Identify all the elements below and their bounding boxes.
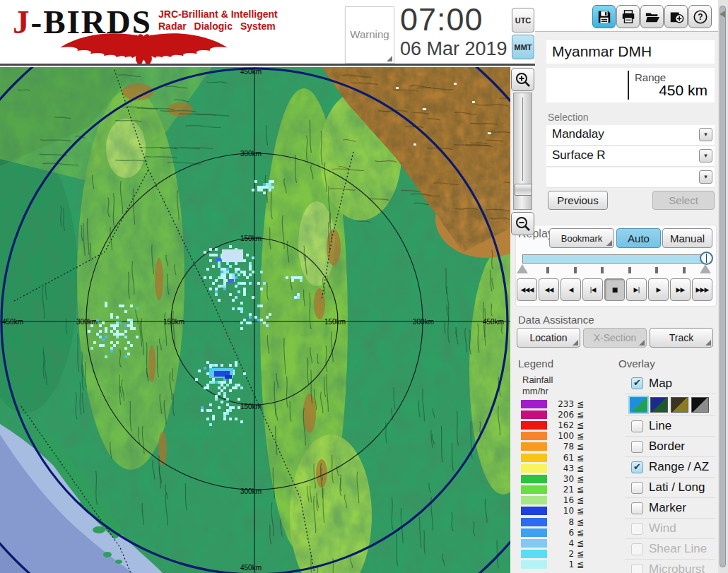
legend-entry: 6 ≦	[521, 527, 584, 538]
border-checkbox[interactable]	[631, 441, 643, 453]
map-checkbox[interactable]: ✔	[631, 377, 643, 389]
microburst-checkbox	[631, 564, 643, 573]
previous-button[interactable]: Previous	[548, 191, 608, 210]
replay-range-start-marker[interactable]	[517, 264, 528, 273]
add-image-button[interactable]	[664, 5, 688, 28]
fast-rewind-button[interactable]: ◀◀	[539, 278, 559, 301]
floppy-icon	[597, 9, 612, 25]
shear-line-checkbox	[631, 543, 643, 555]
auto-button[interactable]: Auto	[616, 228, 661, 248]
legend-entry: 78 ≦	[521, 442, 584, 452]
legend-threshold: 162 ≦	[551, 420, 584, 430]
chevron-down-icon[interactable]: ▾	[699, 170, 712, 184]
skip-first-button[interactable]: ◀◀◀	[517, 278, 537, 301]
legend-color-swatch	[521, 518, 547, 526]
map-style-swatch-3[interactable]	[671, 397, 688, 413]
legend-title: Rainfall	[522, 374, 553, 385]
playback-controls: ◀◀◀◀◀◀|◀■▶|▶▶▶▶▶▶	[517, 278, 712, 301]
overlay-item-label: Lati / Long	[649, 480, 705, 495]
overlay-item-label: Range / AZ	[649, 460, 709, 474]
toolbar: ?	[592, 5, 712, 29]
collapse-panel-icon[interactable]	[720, 11, 725, 18]
legend-threshold: 6 ≦	[551, 528, 584, 538]
legend-color-swatch	[521, 496, 547, 504]
legend-color-swatch	[521, 550, 547, 558]
map-style-swatch-1[interactable]	[630, 397, 647, 413]
legend-threshold: 30 ≦	[551, 474, 584, 484]
menu-corner-icon	[573, 340, 578, 345]
track-button[interactable]: Track	[650, 328, 713, 348]
overlay-item-lati-long: Lati / Long	[625, 477, 715, 497]
svg-text:150km: 150km	[163, 318, 184, 326]
bookmark-button[interactable]: Bookmark	[549, 228, 614, 248]
legend-entry: 21 ≦	[521, 485, 584, 495]
station-title: Myanmar DMH	[552, 43, 652, 60]
step-forward-button[interactable]: ▶|	[626, 278, 647, 301]
radar-map[interactable]: 450km300km150km150km300km450km450km300km…	[0, 67, 510, 573]
svg-text:?: ?	[698, 12, 703, 22]
chevron-down-icon[interactable]: ▾	[699, 128, 712, 141]
zoom-in-button[interactable]	[511, 68, 534, 91]
zoom-out-button[interactable]	[511, 212, 534, 235]
map-style-swatch-2[interactable]	[650, 397, 668, 413]
replay-slider-handle[interactable]	[700, 252, 713, 265]
save-button[interactable]	[592, 5, 616, 28]
warning-panel[interactable]: Warning	[345, 6, 394, 64]
marker-checkbox[interactable]	[631, 502, 643, 514]
legend-entry: 8 ≦	[521, 516, 584, 527]
chevron-down-icon[interactable]: ▾	[699, 149, 712, 163]
folder-icon	[645, 9, 660, 25]
eagle-icon	[8, 30, 280, 64]
select-button[interactable]: Select	[652, 191, 715, 210]
svg-text:300km: 300km	[240, 488, 262, 495]
legend-threshold: 206 ≦	[551, 410, 584, 420]
resize-handle-icon[interactable]	[387, 56, 392, 61]
radar-map-area[interactable]: 450km300km150km150km300km450km450km300km…	[0, 67, 510, 573]
option-select[interactable]: ▾	[546, 167, 715, 188]
lati-long-checkbox[interactable]	[631, 482, 643, 494]
legend-color-swatch	[521, 464, 547, 473]
overlay-item-microburst: Microburst	[625, 559, 715, 573]
line-checkbox[interactable]	[631, 420, 643, 432]
mmt-button[interactable]: MMT	[512, 35, 534, 59]
legend-unit: mm/hr	[522, 386, 548, 396]
location-button[interactable]: Location	[517, 328, 580, 348]
legend-color-swatch	[521, 400, 547, 408]
x-section-button[interactable]: X-Section	[583, 328, 647, 348]
replay-slider-track[interactable]	[522, 254, 710, 264]
legend-threshold: 4 ≦	[551, 538, 584, 548]
stop-button[interactable]: ■	[604, 278, 625, 301]
play-button[interactable]: ▶	[648, 278, 669, 301]
range-divider	[628, 71, 629, 100]
rewind-button[interactable]: ◀	[560, 278, 581, 301]
legend-section-label: Legend	[518, 358, 553, 370]
step-back-button[interactable]: |◀	[582, 278, 603, 301]
help-button[interactable]: ?	[688, 5, 712, 28]
open-file-button[interactable]	[640, 5, 664, 28]
clock-time: 07:00	[400, 1, 483, 38]
skip-last-button[interactable]: ▶▶▶	[692, 278, 712, 301]
manual-button[interactable]: Manual	[662, 228, 712, 248]
legend-threshold: 61 ≦	[551, 453, 584, 463]
utc-button[interactable]: UTC	[512, 8, 534, 33]
slider-tick	[601, 267, 604, 273]
legend-entry: 162 ≦	[521, 420, 584, 430]
overlay-item-map: ✔Map	[625, 373, 715, 394]
site-select[interactable]: Mandalay ▾	[546, 125, 715, 146]
fast-forward-button[interactable]: ▶▶	[670, 278, 691, 301]
legend-threshold: 10 ≦	[551, 506, 584, 516]
menu-corner-icon	[606, 240, 612, 246]
range-az-checkbox[interactable]: ✔	[631, 461, 643, 473]
zoom-slider-track[interactable]	[513, 93, 532, 210]
image-plus-icon	[669, 9, 684, 25]
replay-range-end-marker[interactable]	[700, 264, 711, 273]
legend-entry: 43 ≦	[521, 463, 584, 473]
legend-color-swatch	[521, 528, 547, 537]
zoom-slider-handle[interactable]	[515, 184, 532, 196]
range-box: Range 450 km	[546, 68, 715, 102]
location-label: Location	[530, 332, 568, 343]
panel-scrollbar[interactable]	[720, 6, 726, 567]
map-style-swatch-4[interactable]	[691, 397, 709, 413]
product-select[interactable]: Surface R ▾	[546, 146, 715, 167]
print-button[interactable]	[616, 5, 640, 28]
